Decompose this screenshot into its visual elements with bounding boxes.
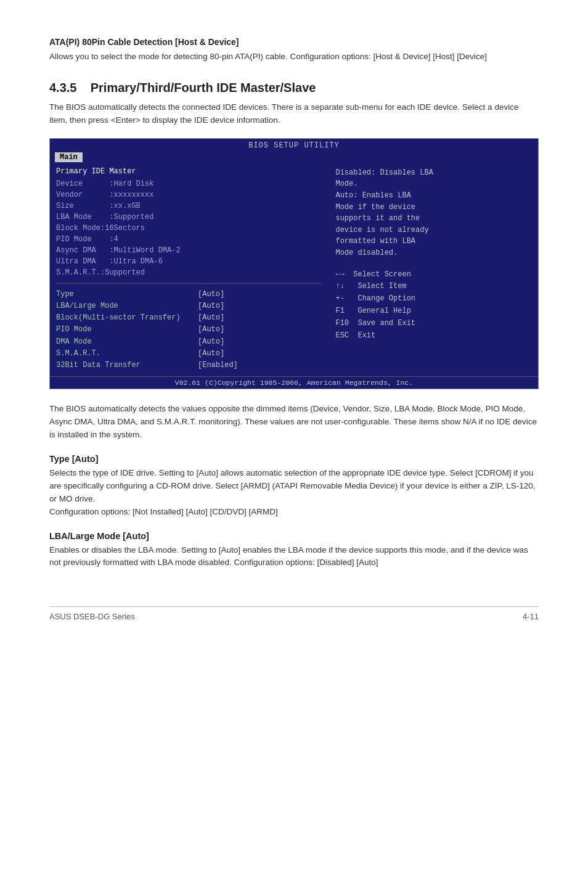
option-value-3: [Auto] [198, 324, 224, 336]
ata-description: Allows you to select the mode for detect… [49, 51, 539, 64]
option-label-6: 32Bit Data Transfer [56, 360, 198, 371]
device-line-1: Vendor :xxxxxxxxx [56, 189, 322, 200]
option-label-0: Type [56, 289, 198, 300]
device-line-3: LBA Mode :Supported [56, 212, 322, 223]
device-line-2: Size :xx.xGB [56, 200, 322, 212]
type-text: Selects the type of IDE drive. Setting t… [49, 467, 539, 519]
option-row-2[interactable]: Block(Multi-sector Transfer) [Auto] [56, 312, 322, 324]
option-value-1: [Auto] [198, 300, 224, 312]
ata-title: ATA(PI) 80Pin Cable Detection [Host & De… [49, 37, 539, 47]
option-value-5: [Auto] [198, 348, 224, 360]
bios-nav-item: ↑↓ Select Item [335, 281, 531, 293]
option-label-3: PIO Mode [56, 324, 198, 336]
bios-options-table: Type [Auto] LBA/Large Mode [Auto] Block(… [56, 289, 322, 371]
bios-setup-box: BIOS SETUP UTILITY Main Primary IDE Mast… [49, 138, 539, 389]
lba-heading: LBA/Large Mode [Auto] [49, 531, 539, 541]
bios-nav-screen: ←→ Select Screen [335, 269, 531, 281]
bios-right-panel: Disabled: Disables LBAMode. Auto: Enable… [328, 162, 538, 376]
bios-content: Primary IDE Master Device :Hard Disk Ven… [50, 162, 538, 376]
type-heading: Type [Auto] [49, 454, 539, 464]
bios-section-title: Primary IDE Master [56, 167, 322, 176]
footer-right: 4-11 [523, 612, 539, 621]
bios-nav-esc: ESC Exit [335, 330, 531, 342]
option-row-5[interactable]: S.M.A.R.T. [Auto] [56, 348, 322, 360]
lba-section: LBA/Large Mode [Auto] Enables or disable… [49, 531, 539, 570]
bios-nav-f1: F1 General Help [335, 305, 531, 318]
device-line-6: Async DMA :MultiWord DMA-2 [56, 245, 322, 256]
device-line-8: S.M.A.R.T.:Supported [56, 267, 322, 278]
bios-header: BIOS SETUP UTILITY [50, 139, 538, 151]
option-row-4[interactable]: DMA Mode [Auto] [56, 336, 322, 348]
option-label-5: S.M.A.R.T. [56, 348, 198, 360]
option-value-4: [Auto] [198, 336, 224, 348]
option-row-0[interactable]: Type [Auto] [56, 289, 322, 300]
section-435: 4.3.5 Primary/Third/Fourth IDE Master/Sl… [49, 81, 539, 127]
device-line-7: Ultra DMA :Ultra DMA-6 [56, 256, 322, 267]
device-line-5: PIO Mode :4 [56, 234, 322, 245]
footer-left: ASUS DSEB-DG Series [49, 612, 135, 621]
lba-text: Enables or disables the LBA mode. Settin… [49, 544, 539, 570]
option-row-1[interactable]: LBA/Large Mode [Auto] [56, 300, 322, 312]
section-435-heading: 4.3.5 Primary/Third/Fourth IDE Master/Sl… [49, 81, 539, 95]
page-footer: ASUS DSEB-DG Series 4-11 [49, 606, 539, 621]
bios-left-panel: Primary IDE Master Device :Hard Disk Ven… [50, 162, 328, 376]
option-row-6[interactable]: 32Bit Data Transfer [Enabled] [56, 360, 322, 371]
bios-nav: ←→ Select Screen ↑↓ Select Item +- Chang… [335, 269, 531, 342]
option-label-4: DMA Mode [56, 336, 198, 348]
bios-tab-row: Main [50, 151, 538, 162]
bios-device-info: Device :Hard Disk Vendor :xxxxxxxxx Size… [56, 178, 322, 284]
bios-nav-option: +- Change Option [335, 293, 531, 305]
device-line-0: Device :Hard Disk [56, 178, 322, 189]
section-title: Primary/Third/Fourth IDE Master/Slave [91, 81, 316, 94]
bios-help-text: Disabled: Disables LBAMode. Auto: Enable… [335, 167, 531, 259]
ata-section: ATA(PI) 80Pin Cable Detection [Host & De… [49, 37, 539, 64]
bios-nav-f10: F10 Save and Exit [335, 318, 531, 330]
option-value-2: [Auto] [198, 312, 224, 324]
option-label-1: LBA/Large Mode [56, 300, 198, 312]
bios-footer: V02.61 (C)Copyright 1985-2006, American … [50, 376, 538, 389]
option-value-0: [Auto] [198, 289, 224, 300]
option-value-6: [Enabled] [198, 360, 238, 371]
option-label-2: Block(Multi-sector Transfer) [56, 312, 198, 324]
option-row-3[interactable]: PIO Mode [Auto] [56, 324, 322, 336]
bios-tab-main[interactable]: Main [55, 152, 83, 162]
auto-detect-text: The BIOS automatically detects the value… [49, 403, 539, 442]
section-number: 4.3.5 [49, 81, 76, 94]
device-line-4: Block Mode:16Sectors [56, 223, 322, 234]
type-section: Type [Auto] Selects the type of IDE driv… [49, 454, 539, 519]
section-435-intro: The BIOS automatically detects the conne… [49, 101, 539, 127]
